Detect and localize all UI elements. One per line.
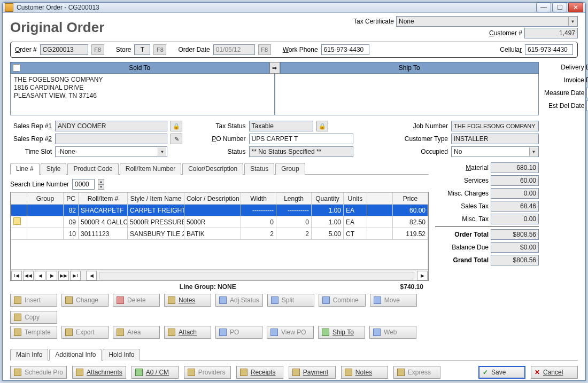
split-button[interactable]: Split xyxy=(267,294,314,307)
sales-rep1-field[interactable]: ANDY COOMER xyxy=(55,121,167,131)
insert-button[interactable]: Insert xyxy=(10,294,57,307)
col-blank[interactable] xyxy=(367,193,393,205)
sales-rep2-field[interactable] xyxy=(55,134,167,144)
po-button[interactable]: PO xyxy=(215,326,262,339)
close-button[interactable]: ✕ xyxy=(568,3,583,12)
col-style[interactable]: Style / Item Name xyxy=(128,193,184,205)
adj-status-button[interactable]: Adj Status xyxy=(215,294,263,307)
nav-next[interactable]: ▶ xyxy=(47,271,57,280)
store-f8[interactable]: F8 xyxy=(153,44,166,55)
col-price[interactable]: Price xyxy=(393,193,428,205)
col-group[interactable]: Group xyxy=(27,193,64,205)
search-line-spinner[interactable]: ▲▼ xyxy=(98,179,104,190)
order-num-field[interactable]: CG200013 xyxy=(40,44,88,55)
tax-status-field[interactable]: Taxable xyxy=(249,121,313,131)
search-line-field[interactable]: 0000 xyxy=(72,179,95,190)
table-row[interactable]: 1030111123SANSBURY TILE 2X2BATIK225.00CT… xyxy=(11,228,428,240)
chevron-down-icon[interactable]: ▼ xyxy=(529,147,538,156)
table-row[interactable]: 82SHACARPETFCARPET FREIGHT LE-----------… xyxy=(11,205,428,216)
job-number-field[interactable]: THE FOGLESONG COMPANY xyxy=(451,121,539,131)
lock-icon[interactable] xyxy=(13,64,20,72)
hscroll-right[interactable]: ▶ xyxy=(417,271,428,280)
footer-notes-button[interactable]: Notes xyxy=(341,366,388,379)
ship-to-text[interactable] xyxy=(275,74,539,115)
col-qty[interactable]: Quantity xyxy=(312,193,344,205)
tab-color-desc[interactable]: Color/Description xyxy=(182,163,243,175)
col-note[interactable] xyxy=(11,193,27,205)
shipto-button[interactable]: Ship To xyxy=(318,326,365,339)
attachments-button[interactable]: Attachments xyxy=(72,366,126,379)
customer-type-field[interactable]: INSTALLER xyxy=(451,134,539,144)
minimize-button[interactable]: — xyxy=(536,3,551,12)
col-units[interactable]: Units xyxy=(344,193,367,205)
tab-roll-item[interactable]: Roll/Item Number xyxy=(120,163,181,175)
col-width[interactable]: Width xyxy=(241,193,276,205)
store-field[interactable]: T xyxy=(134,44,150,55)
cancel-button[interactable]: ✕Cancel xyxy=(531,366,578,379)
a0-cm-button[interactable]: A0 / CM xyxy=(131,366,179,379)
occupied-select[interactable]: No ▼ xyxy=(451,146,539,157)
nav-last[interactable]: ▶I xyxy=(70,271,81,280)
po-number-field[interactable]: UPS CARPET T xyxy=(249,134,353,144)
col-pc[interactable]: PC xyxy=(64,193,79,205)
timeslot-select[interactable]: -None- ▼ xyxy=(55,146,167,157)
tax-cert-select[interactable]: None ▼ xyxy=(396,16,578,27)
work-phone-field[interactable]: 615-973-4430 xyxy=(321,44,369,55)
order-date-label: Order Date xyxy=(178,46,210,53)
nav-prev-page[interactable]: ◀◀ xyxy=(23,271,34,280)
chevron-down-icon[interactable]: ▼ xyxy=(158,147,166,156)
tab-group[interactable]: Group xyxy=(275,163,305,175)
sales-rep1-lookup-icon[interactable]: 🔒 xyxy=(171,121,182,131)
web-button[interactable]: Web xyxy=(369,326,416,339)
sales-rep2-edit-icon[interactable]: ✎ xyxy=(171,134,182,144)
combine-button[interactable]: Combine xyxy=(319,294,366,307)
order-date-f8[interactable]: F8 xyxy=(258,44,271,55)
delete-button[interactable]: Delete xyxy=(113,294,160,307)
notes-button[interactable]: Notes xyxy=(164,294,211,307)
schedule-pro-button[interactable]: Schedule Pro xyxy=(10,366,67,379)
area-button[interactable]: Area xyxy=(113,326,160,339)
express-button[interactable]: Express xyxy=(393,366,440,379)
attach-button[interactable]: Attach xyxy=(164,326,211,339)
timeslot-value: -None- xyxy=(58,148,78,155)
copy-address-button[interactable]: ➡ xyxy=(269,62,280,74)
export-button[interactable]: Export xyxy=(61,326,109,339)
template-button[interactable]: Template xyxy=(10,326,57,339)
tab-style[interactable]: Style xyxy=(41,163,67,175)
tax-status-lookup-icon[interactable]: 🔒 xyxy=(316,121,328,131)
cellular-field[interactable]: 615-973-4430 xyxy=(525,44,573,55)
save-button[interactable]: ✓Save xyxy=(478,366,525,379)
hscroll-left[interactable]: ◀ xyxy=(86,271,97,280)
col-rollitem[interactable]: Roll/Item # xyxy=(79,193,128,205)
tab-status[interactable]: Status xyxy=(244,163,274,175)
receipts-button[interactable]: Receipts xyxy=(236,366,283,379)
tab-additional-info[interactable]: Additional Info xyxy=(49,349,102,361)
nav-prev[interactable]: ◀ xyxy=(35,271,45,280)
customer-num-field[interactable]: 1,497 xyxy=(524,28,578,38)
move-button[interactable]: Move xyxy=(370,294,417,307)
status-field[interactable]: ** No Status Specified ** xyxy=(249,146,353,157)
order-num-f8[interactable]: F8 xyxy=(91,44,104,55)
col-color[interactable]: Color / Description xyxy=(184,193,241,205)
payment-button[interactable]: Payment xyxy=(289,366,336,379)
col-length[interactable]: Length xyxy=(276,193,312,205)
hscroll-track[interactable] xyxy=(99,272,414,279)
page-title: Original Order xyxy=(10,19,353,36)
change-button[interactable]: Change xyxy=(61,294,109,307)
tab-line-num[interactable]: Line # xyxy=(10,163,40,175)
sales-rep1-label: Sales Rep #1 xyxy=(10,122,52,130)
copy-button[interactable]: Copy xyxy=(10,311,57,324)
tab-main-info[interactable]: Main Info xyxy=(10,349,48,361)
providers-button[interactable]: Providers xyxy=(184,366,231,379)
tab-product-code[interactable]: Product Code xyxy=(67,163,118,175)
table-row[interactable]: 095000R 4 GALLON5000R PRESSURE SEI5000R0… xyxy=(11,216,428,228)
view-po-button[interactable]: View PO xyxy=(267,326,314,339)
nav-next-page[interactable]: ▶▶ xyxy=(58,271,69,280)
chevron-down-icon[interactable]: ▼ xyxy=(568,17,577,26)
tab-hold-info[interactable]: Hold Info xyxy=(103,349,140,361)
nav-first[interactable]: I◀ xyxy=(11,271,22,280)
line-items-grid[interactable]: Group PC Roll/Item # Style / Item Name C… xyxy=(10,192,429,281)
sold-to-text[interactable]: THE FOGELSONG COMPANY 1816 CARDINAL DRIV… xyxy=(10,74,275,115)
maximize-button[interactable]: ☐ xyxy=(552,3,567,12)
order-date-field[interactable]: 01/05/12 xyxy=(213,44,255,55)
